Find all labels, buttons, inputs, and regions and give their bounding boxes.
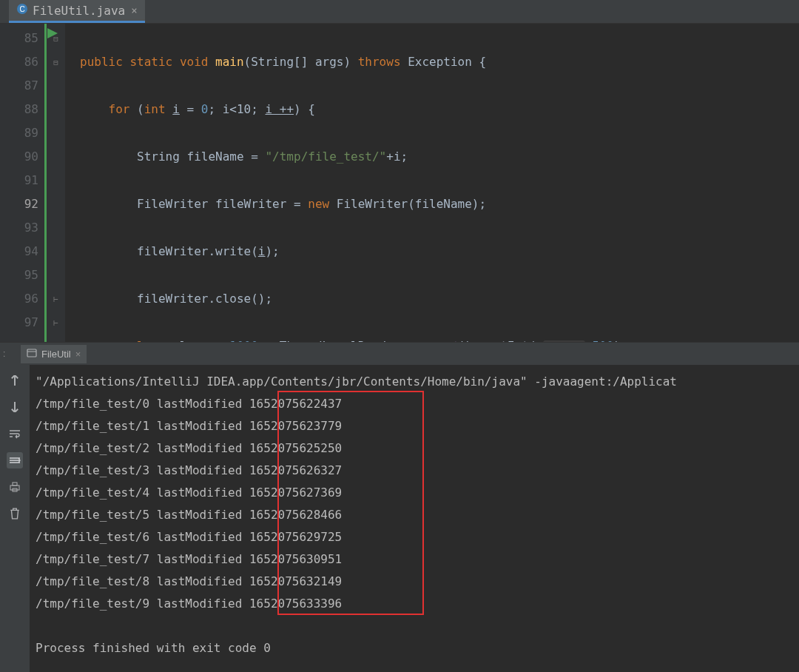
line-number-gutter: 85868788899091929394959697 xyxy=(0,24,44,342)
console-line: /tmp/file_test/9 lastModified 1652075633… xyxy=(36,593,799,615)
console-line: /tmp/file_test/1 lastModified 1652075623… xyxy=(36,415,799,437)
editor-tab-fileutil[interactable]: C FileUtil.java × xyxy=(9,0,145,23)
line-number: 92 xyxy=(0,192,38,216)
fold-end-marker[interactable]: ⊢ xyxy=(47,311,65,335)
print-button[interactable] xyxy=(7,479,23,495)
code-line: long sleep = 1000 + ThreadLocalRandom.cu… xyxy=(80,335,799,342)
scroll-down-button[interactable] xyxy=(7,399,23,415)
line-number: 89 xyxy=(0,121,38,145)
console-line: /tmp/file_test/2 lastModified 1652075625… xyxy=(36,437,799,460)
code-line: fileWriter.write(i); xyxy=(80,240,799,263)
run-toolbar xyxy=(0,365,30,672)
fold-marker[interactable]: ⊟ xyxy=(47,50,65,74)
svg-rect-5 xyxy=(10,485,19,490)
console-line: /tmp/file_test/0 lastModified 1652075622… xyxy=(36,393,799,415)
code-line: fileWriter.close(); xyxy=(80,287,799,311)
scroll-up-button[interactable] xyxy=(7,372,23,389)
close-icon[interactable]: × xyxy=(75,349,81,360)
java-class-icon: C xyxy=(16,3,28,18)
fold-end-marker[interactable]: ⊢ xyxy=(47,287,65,311)
code-line: String fileName = "/tmp/file_test/"+i; xyxy=(80,145,799,169)
console-line: /tmp/file_test/3 lastModified 1652075626… xyxy=(36,460,799,482)
console-output[interactable]: "/Applications/IntelliJ IDEA.app/Content… xyxy=(30,365,799,672)
line-number: 95 xyxy=(0,263,38,287)
line-number: 86 xyxy=(0,50,38,74)
console-line: /tmp/file_test/7 lastModified 1652075630… xyxy=(36,548,799,571)
line-number: 88 xyxy=(0,98,38,121)
console-line: /tmp/file_test/4 lastModified 1652075627… xyxy=(36,482,799,504)
console-icon xyxy=(27,348,37,360)
run-gutter-icon[interactable] xyxy=(47,27,58,41)
line-number: 96 xyxy=(0,287,38,311)
line-number: 97 xyxy=(0,311,38,335)
console-blank xyxy=(36,615,799,637)
console-line: /tmp/file_test/5 lastModified 1652075628… xyxy=(36,504,799,526)
scroll-to-end-button[interactable] xyxy=(7,452,23,468)
code-line: FileWriter fileWriter = new FileWriter(f… xyxy=(80,192,799,216)
svg-rect-6 xyxy=(13,483,17,485)
line-number: 93 xyxy=(0,216,38,240)
delete-button[interactable] xyxy=(7,505,23,522)
svg-text:C: C xyxy=(19,5,24,13)
close-icon[interactable]: × xyxy=(131,4,137,16)
editor-tab-label: FileUtil.java xyxy=(33,4,125,18)
console-line: /tmp/file_test/8 lastModified 1652075632… xyxy=(36,571,799,593)
svg-rect-3 xyxy=(27,349,36,357)
code-area[interactable]: public static void main(String[] args) t… xyxy=(65,24,799,342)
fold-gutter: ⊟ ⊟ ⊢ ⊢ xyxy=(44,24,65,342)
code-line: for (int i = 0; i<10; i ++) { xyxy=(80,98,799,121)
console-cmd-line: "/Applications/IntelliJ IDEA.app/Content… xyxy=(36,371,799,393)
console-exit-line: Process finished with exit code 0 xyxy=(36,637,799,659)
line-number: 94 xyxy=(0,240,38,263)
run-tool-window: : FileUtil × "/Applications/IntelliJ IDE… xyxy=(0,342,799,672)
code-editor[interactable]: 85868788899091929394959697 ⊟ ⊟ ⊢ ⊢ publi… xyxy=(0,24,799,342)
soft-wrap-button[interactable] xyxy=(7,426,23,442)
line-number: 85 xyxy=(0,27,38,50)
editor-tab-bar: C FileUtil.java × xyxy=(0,0,799,24)
run-tab[interactable]: FileUtil × xyxy=(21,345,87,363)
svg-marker-2 xyxy=(47,28,58,38)
console-line: /tmp/file_test/6 lastModified 1652075629… xyxy=(36,526,799,548)
run-tab-bar: : FileUtil × xyxy=(0,343,799,365)
line-number: 91 xyxy=(0,169,38,192)
run-tab-label: FileUtil xyxy=(41,349,71,360)
line-number: 87 xyxy=(0,74,38,98)
code-line: public static void main(String[] args) t… xyxy=(80,50,799,74)
line-number: 90 xyxy=(0,145,38,169)
